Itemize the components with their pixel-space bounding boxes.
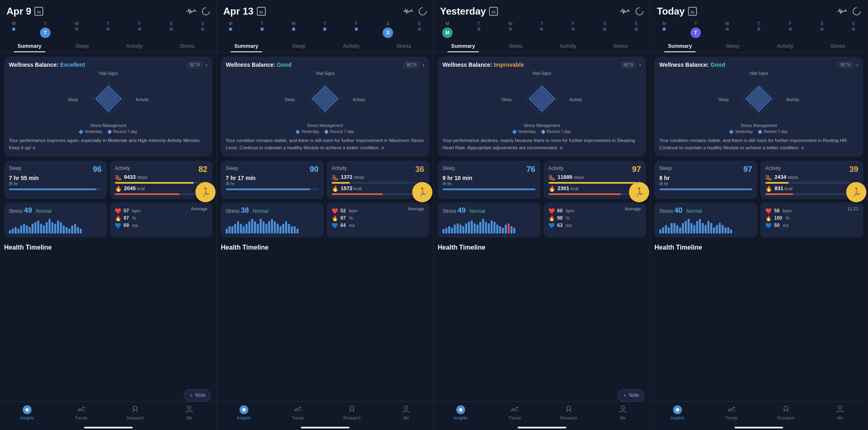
nav-item-research[interactable]: Research — [557, 405, 581, 420]
nav-item-me[interactable]: Me — [394, 405, 418, 420]
nav-item-research[interactable]: Research — [340, 405, 364, 420]
day-item[interactable]: S — [848, 21, 859, 38]
nav-item-me[interactable]: Me — [611, 405, 635, 420]
tab-summary[interactable]: Summary — [220, 40, 273, 52]
day-item[interactable]: S — [816, 21, 828, 38]
note-button[interactable]: ＋ Note — [184, 389, 211, 402]
tab-summary[interactable]: Summary — [437, 40, 489, 52]
day-item-active[interactable]: T T — [40, 21, 51, 38]
day-item[interactable]: S — [631, 21, 642, 38]
tab-sleep[interactable]: Sleep — [706, 40, 759, 52]
nav-label: Research — [127, 416, 144, 420]
day-item[interactable]: T — [753, 21, 764, 38]
sleep-bar-fill — [659, 189, 752, 190]
nav-item-insights[interactable]: Insights — [665, 405, 690, 420]
wellness-expand-icon[interactable]: › — [422, 61, 424, 68]
nav-item-trends[interactable]: Trends — [503, 405, 527, 420]
day-item[interactable]: M — [8, 21, 19, 38]
kcal-icon: 🔥 — [332, 185, 339, 192]
svg-marker-45 — [749, 89, 769, 109]
sleep-card: Sleep 90 7 hr 17 min /8 hr — [221, 161, 324, 199]
collapse-icon[interactable]: ∧ — [381, 145, 385, 150]
day-item[interactable]: W — [722, 21, 733, 38]
collapse-icon[interactable]: ∧ — [32, 145, 36, 150]
day-item[interactable]: M — [658, 21, 670, 38]
day-item[interactable]: S — [599, 21, 610, 38]
collapse-icon[interactable]: ∧ — [559, 145, 563, 150]
day-item[interactable]: T — [319, 21, 330, 38]
tab-stress[interactable]: Stress — [377, 40, 430, 52]
day-item[interactable]: F — [567, 21, 579, 38]
day-item-active[interactable]: T T — [690, 21, 701, 38]
day-dot — [852, 28, 855, 31]
day-item-active[interactable]: S S — [382, 21, 394, 38]
day-item[interactable]: F — [351, 21, 362, 38]
steps-bar — [548, 182, 641, 184]
activity-wave-icon[interactable] — [620, 8, 630, 15]
refresh-icon[interactable] — [634, 6, 645, 17]
day-item[interactable]: F — [785, 21, 796, 38]
nav-item-me[interactable]: Me — [828, 405, 852, 420]
activity-wave-icon[interactable] — [837, 8, 847, 15]
refresh-icon[interactable] — [851, 6, 862, 17]
calendar-icon[interactable]: 31 — [489, 7, 498, 16]
tab-activity[interactable]: Activity — [108, 40, 161, 52]
tab-sleep[interactable]: Sleep — [273, 40, 325, 52]
calendar-icon[interactable]: 31 — [257, 7, 266, 16]
calendar-icon[interactable]: 31 — [34, 7, 43, 16]
day-item[interactable]: W — [505, 21, 516, 38]
tab-summary[interactable]: Summary — [654, 40, 706, 52]
nav-item-insights[interactable]: Insights — [232, 405, 256, 420]
tab-sleep[interactable]: Sleep — [56, 40, 108, 52]
header-date: Apr 9 31 — [6, 6, 43, 17]
day-item[interactable]: T — [256, 21, 268, 38]
tab-activity[interactable]: Activity — [325, 40, 378, 52]
run-button[interactable]: 🏃 — [412, 182, 432, 202]
wellness-expand-icon[interactable]: › — [856, 61, 858, 68]
sleep-card: Sleep 97 8 hr /8 hr — [654, 161, 757, 199]
nav-item-research[interactable]: Research — [123, 405, 147, 420]
day-item[interactable]: W — [288, 21, 299, 38]
day-item[interactable]: T — [536, 21, 547, 38]
nav-item-trends[interactable]: Trends — [69, 405, 93, 420]
day-item[interactable]: W — [71, 21, 83, 38]
run-button[interactable]: 🏃 — [195, 182, 216, 202]
refresh-icon[interactable] — [417, 6, 428, 17]
svg-marker-32 — [531, 89, 552, 109]
bpm-unit: bpm — [349, 208, 358, 213]
tab-activity[interactable]: Activity — [759, 40, 811, 52]
day-item[interactable]: F — [134, 21, 145, 38]
tab-summary[interactable]: Summary — [3, 40, 56, 52]
wellness-expand-icon[interactable]: › — [639, 61, 641, 68]
tab-stress[interactable]: Stress — [594, 40, 647, 52]
day-dot — [229, 28, 232, 31]
day-item[interactable]: S — [414, 21, 425, 38]
tab-stress[interactable]: Stress — [811, 40, 864, 52]
day-item[interactable]: S — [197, 21, 208, 38]
sleep-target: /8 hr — [9, 181, 102, 186]
day-item[interactable]: S — [165, 21, 177, 38]
day-item[interactable]: T — [102, 21, 114, 38]
nav-item-research[interactable]: Research — [774, 405, 798, 420]
wellness-expand-icon[interactable]: › — [205, 61, 207, 68]
calendar-icon[interactable]: 31 — [688, 7, 697, 16]
run-button[interactable]: 🏃 — [846, 182, 866, 202]
day-item[interactable]: T — [473, 21, 485, 38]
nav-item-me[interactable]: Me — [177, 405, 201, 420]
nav-item-insights[interactable]: Insights — [15, 405, 39, 420]
note-button[interactable]: ＋ Note — [617, 389, 644, 402]
tab-sleep[interactable]: Sleep — [489, 40, 542, 52]
activity-wave-icon[interactable] — [186, 8, 196, 15]
wellness-title: Wellness Balance: Improvable — [442, 61, 524, 68]
day-item[interactable]: M — [225, 21, 236, 38]
nav-item-insights[interactable]: Insights — [449, 405, 473, 420]
refresh-icon[interactable] — [200, 6, 212, 17]
tab-activity[interactable]: Activity — [542, 40, 595, 52]
activity-wave-icon[interactable] — [403, 8, 413, 15]
day-item-active[interactable]: M M — [442, 21, 453, 38]
run-button[interactable]: 🏃 — [629, 182, 649, 202]
collapse-icon[interactable]: ∧ — [801, 145, 804, 150]
tab-stress[interactable]: Stress — [161, 40, 213, 52]
nav-item-trends[interactable]: Trends — [720, 405, 744, 420]
nav-item-trends[interactable]: Trends — [286, 405, 310, 420]
